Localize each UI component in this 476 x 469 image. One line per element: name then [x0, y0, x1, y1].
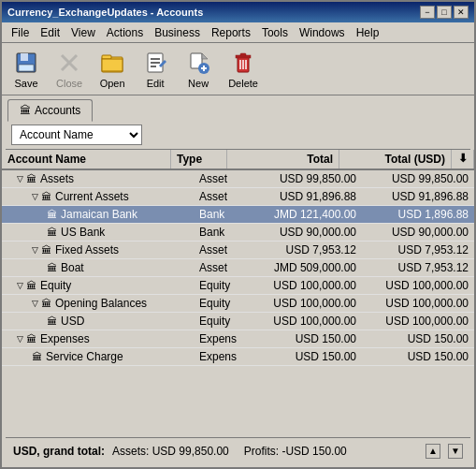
- menu-help[interactable]: Help: [351, 24, 385, 40]
- window-controls: − □ ✕: [420, 6, 469, 19]
- account-icon: 🏛: [26, 333, 36, 344]
- cell-type: Asset: [194, 188, 250, 205]
- account-icon: 🏛: [47, 227, 57, 238]
- sort-icon: ⬇: [458, 152, 468, 165]
- table-row[interactable]: 🏛 Service Charge Expens USD 150.00 USD 1…: [2, 348, 474, 366]
- account-icon: 🏛: [26, 173, 36, 184]
- table-row[interactable]: ▽ 🏛 Equity Equity USD 100,000.00 USD 100…: [2, 277, 474, 295]
- cell-total-usd: USD 1,896.88: [362, 206, 474, 223]
- expand-icon[interactable]: ▽: [32, 299, 38, 308]
- tab-bar: 🏛 Accounts: [2, 95, 474, 121]
- delete-icon: [230, 50, 256, 76]
- table-row[interactable]: ▽ 🏛 Fixed Assets Asset USD 7,953.12 USD …: [2, 242, 474, 259]
- menu-business[interactable]: Business: [149, 24, 206, 40]
- scroll-down-button[interactable]: ▼: [448, 444, 463, 459]
- close-toolbar-button[interactable]: Close: [50, 48, 88, 91]
- account-icon: 🏛: [26, 280, 36, 291]
- cell-type: Bank: [194, 206, 250, 223]
- svg-marker-14: [202, 53, 208, 59]
- cell-type: Bank: [194, 224, 250, 241]
- open-button[interactable]: Open: [94, 48, 131, 91]
- cell-name: ▽ 🏛 Current Assets: [2, 188, 194, 205]
- menu-view[interactable]: View: [65, 24, 101, 40]
- menu-tools[interactable]: Tools: [256, 24, 294, 40]
- cell-type: Asset: [194, 242, 250, 258]
- menu-actions[interactable]: Actions: [101, 24, 149, 40]
- status-bar: USD, grand total: Assets: USD 99,850.00 …: [6, 437, 470, 463]
- cell-type: Equity: [194, 277, 250, 294]
- tab-accounts-label: Accounts: [35, 104, 80, 117]
- cell-type: Expens: [194, 348, 250, 365]
- menu-edit[interactable]: Edit: [35, 24, 65, 40]
- status-profits: Profits: -USD 150.00: [244, 445, 347, 458]
- menu-windows[interactable]: Windows: [294, 24, 351, 40]
- expand-icon[interactable]: ▽: [32, 245, 38, 255]
- svg-rect-2: [19, 65, 34, 71]
- delete-button[interactable]: Delete: [223, 48, 264, 91]
- cell-total: USD 90,000.00: [250, 224, 362, 241]
- minimize-button[interactable]: −: [420, 6, 435, 19]
- main-window: Currency_ExchangeUpdates - Accounts − □ …: [0, 0, 476, 469]
- scroll-up-button[interactable]: ▲: [426, 444, 440, 459]
- expand-icon[interactable]: ▽: [17, 281, 23, 290]
- menu-file[interactable]: File: [6, 24, 35, 40]
- table-row[interactable]: ▽ 🏛 Expenses Expens USD 150.00 USD 150.0…: [2, 330, 474, 348]
- col-sort[interactable]: ⬇: [452, 150, 474, 169]
- edit-icon: [142, 50, 168, 76]
- toolbar: Save Close Open: [2, 43, 474, 95]
- cell-total: USD 100,000.00: [250, 313, 362, 330]
- cell-total: USD 150.00: [250, 330, 362, 347]
- col-total-usd: Total (USD): [339, 150, 452, 169]
- new-button[interactable]: New: [180, 48, 217, 91]
- title-bar: Currency_ExchangeUpdates - Accounts − □ …: [2, 2, 474, 22]
- cell-total: USD 91,896.88: [250, 188, 362, 205]
- cell-total-usd: USD 150.00: [362, 330, 474, 347]
- cell-total-usd: USD 7,953.12: [362, 242, 474, 258]
- expand-icon[interactable]: ▽: [32, 192, 38, 201]
- expand-icon[interactable]: ▽: [17, 174, 23, 183]
- cell-name: 🏛 Boat: [2, 259, 194, 276]
- table-row[interactable]: 🏛 USD Equity USD 100,000.00 USD 100,000.…: [2, 313, 474, 330]
- edit-button[interactable]: Edit: [137, 48, 174, 91]
- cell-total-usd: USD 91,896.88: [362, 188, 474, 205]
- col-total: Total: [227, 150, 339, 169]
- cell-name: ▽ 🏛 Opening Balances: [2, 295, 194, 312]
- cell-total: USD 100,000.00: [250, 277, 362, 294]
- cell-total: USD 100,000.00: [250, 295, 362, 312]
- table-header: Account Name Type Total Total (USD) ⬇: [2, 150, 474, 170]
- svg-rect-7: [102, 59, 123, 71]
- save-button[interactable]: Save: [7, 48, 45, 91]
- cell-total-usd: USD 100,000.00: [362, 313, 474, 330]
- col-type: Type: [171, 150, 227, 169]
- new-label: New: [188, 78, 209, 89]
- tab-accounts[interactable]: 🏛 Accounts: [7, 99, 93, 122]
- cell-name: 🏛 USD: [2, 313, 194, 330]
- account-icon: 🏛: [47, 262, 57, 273]
- menu-reports[interactable]: Reports: [206, 24, 256, 40]
- cell-name: 🏛 US Bank: [2, 224, 194, 241]
- cell-type: Asset: [194, 259, 250, 276]
- cell-name: 🏛 Service Charge: [2, 348, 194, 365]
- table-row[interactable]: 🏛 US Bank Bank USD 90,000.00 USD 90,000.…: [2, 224, 474, 242]
- expand-icon[interactable]: ▽: [17, 334, 23, 344]
- table-row[interactable]: 🏛 Boat Asset JMD 509,000.00 USD 7,953.12: [2, 259, 474, 277]
- table-row[interactable]: ▽ 🏛 Current Assets Asset USD 91,896.88 U…: [2, 188, 474, 206]
- edit-label: Edit: [147, 78, 165, 89]
- maximize-button[interactable]: □: [437, 6, 452, 19]
- table-row[interactable]: ▽ 🏛 Assets Asset USD 99,850.00 USD 99,85…: [2, 170, 474, 188]
- save-icon: [13, 50, 39, 76]
- account-name-filter[interactable]: Account Name: [11, 125, 142, 145]
- cell-total-usd: USD 90,000.00: [362, 224, 474, 241]
- table-row[interactable]: ▽ 🏛 Opening Balances Equity USD 100,000.…: [2, 295, 474, 313]
- table-row[interactable]: 🏛 Jamaican Bank Bank JMD 121,400.00 USD …: [2, 206, 474, 224]
- new-icon: [185, 50, 211, 76]
- save-label: Save: [14, 78, 37, 89]
- account-icon: 🏛: [41, 244, 51, 256]
- close-toolbar-label: Close: [56, 78, 82, 89]
- menu-bar: File Edit View Actions Business Reports …: [2, 22, 474, 43]
- cell-total-usd: USD 100,000.00: [362, 277, 474, 294]
- svg-rect-1: [21, 53, 28, 61]
- cell-total: USD 99,850.00: [250, 170, 362, 187]
- close-button[interactable]: ✕: [454, 6, 469, 19]
- status-currency-label: USD, grand total:: [13, 445, 105, 458]
